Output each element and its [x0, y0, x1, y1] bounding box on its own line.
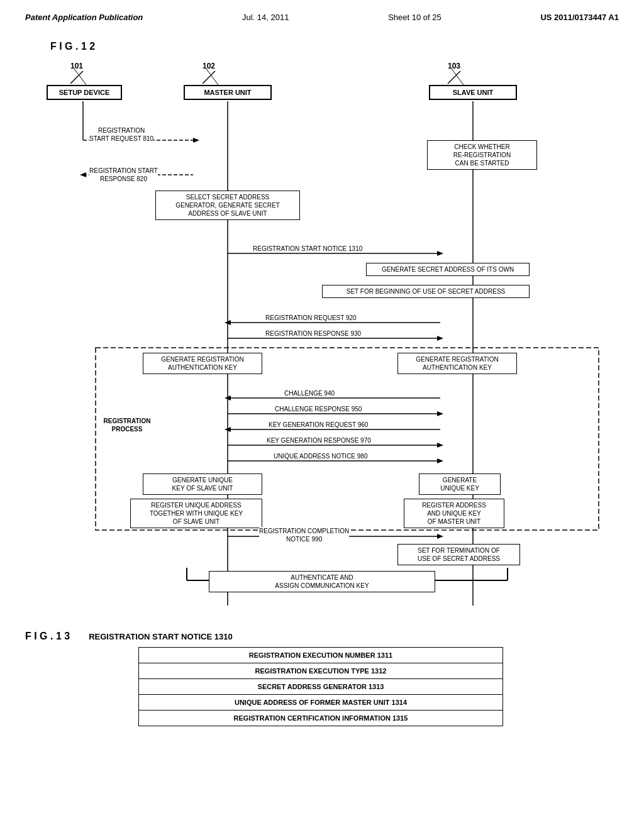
svg-marker-17 [437, 411, 443, 416]
table-cell-1312: REGISTRATION EXECUTION TYPE 1312 [139, 663, 503, 679]
reg-start-resp-label: REGISTRATION STARTRESPONSE 820 [89, 167, 158, 183]
reg-addr-slave-box: REGISTER ADDRESSAND UNIQUE KEYOF MASTER … [404, 499, 504, 528]
svg-line-33 [206, 68, 218, 85]
header-publication: Patent Application Publication [25, 13, 143, 22]
gen-unique-key-master-box: GENERATE UNIQUEKEY OF SLAVE UNIT [143, 473, 262, 495]
svg-marker-6 [80, 172, 86, 177]
svg-marker-23 [437, 458, 443, 463]
page-header: Patent Application Publication Jul. 14, … [25, 13, 619, 22]
ref-102: 102 [203, 62, 215, 70]
challenge-940-label: CHALLENGE 940 [284, 390, 335, 397]
reg-process-label: REGISTRATIONPROCESS [99, 417, 155, 433]
gen-unique-key-slave-box: GENERATEUNIQUE KEY [419, 473, 501, 495]
header-sheet: Sheet 10 of 25 [388, 13, 441, 22]
gen-reg-auth-slave-box: GENERATE REGISTRATIONAUTHENTICATION KEY [397, 353, 517, 374]
fig13-header: F I G . 1 3 REGISTRATION START NOTICE 13… [25, 631, 619, 642]
select-secret-box: SELECT SECRET ADDRESSGENERATOR, GENERATE… [155, 191, 300, 220]
unique-addr-980-label: UNIQUE ADDRESS NOTICE 980 [274, 453, 367, 460]
challenge-resp-950-label: CHALLENGE RESPONSE 950 [275, 406, 362, 412]
header-date: Jul. 14, 2011 [242, 13, 289, 22]
fig13-table: REGISTRATION EXECUTION NUMBER 1311 REGIS… [138, 647, 503, 726]
reg-complete-990-label: REGISTRATION COMPLETIONNOTICE 990 [259, 527, 349, 543]
svg-line-31 [448, 71, 460, 84]
reg-unique-addr-master-box: REGISTER UNIQUE ADDRESSTOGETHER WITH UNI… [130, 499, 262, 528]
svg-line-29 [70, 71, 83, 84]
header-patent: US 2011/0173447 A1 [540, 13, 619, 22]
table-row: SECRET ADDRESS GENERATOR 1313 [139, 679, 503, 695]
svg-marker-21 [437, 443, 443, 448]
svg-marker-8 [437, 251, 443, 256]
key-gen-resp-970-label: KEY GENERATION RESPONSE 970 [267, 437, 371, 444]
check-rereg-box: CHECK WHETHERRE-REGISTRATIONCAN BE START… [427, 140, 537, 170]
fig12-label: F I G . 1 2 [50, 41, 619, 52]
table-row: REGISTRATION EXECUTION NUMBER 1311 [139, 648, 503, 663]
fig12-diagram: 101 102 103 SETUP DEVICE MASTER UNIT SLA… [33, 58, 611, 606]
table-cell-1314: UNIQUE ADDRESS OF FORMER MASTER UNIT 131… [139, 695, 503, 711]
setup-device-box: SETUP DEVICE [47, 85, 122, 100]
svg-line-32 [74, 68, 86, 85]
table-row: REGISTRATION CERTIFICATION INFORMATION 1… [139, 711, 503, 726]
ref-101: 101 [70, 62, 83, 70]
reg-start-notice-label: REGISTRATION START NOTICE 1310 [253, 245, 362, 252]
gen-reg-auth-master-box: GENERATE REGISTRATIONAUTHENTICATION KEY [143, 353, 262, 374]
ref-103: 103 [448, 62, 460, 70]
master-unit-box: MASTER UNIT [184, 85, 272, 100]
table-cell-1313: SECRET ADDRESS GENERATOR 1313 [139, 679, 503, 695]
svg-marker-25 [437, 534, 443, 539]
reg-resp-930-label: REGISTRATION RESPONSE 930 [265, 330, 361, 337]
svg-line-34 [451, 68, 464, 85]
set-begin-secret-box: SET FOR BEGINNING OF USE OF SECRET ADDRE… [322, 285, 530, 298]
gen-secret-own-box: GENERATE SECRET ADDRESS OF ITS OWN [366, 263, 530, 276]
table-cell-1315: REGISTRATION CERTIFICATION INFORMATION 1… [139, 711, 503, 726]
svg-marker-12 [437, 336, 443, 341]
fig13-section: F I G . 1 3 REGISTRATION START NOTICE 13… [25, 631, 619, 726]
fig13-label-text: F I G . 1 3 [25, 631, 70, 642]
fig13-title: REGISTRATION START NOTICE 1310 [89, 632, 233, 641]
svg-marker-19 [225, 427, 231, 432]
slave-unit-box: SLAVE UNIT [429, 85, 517, 100]
reg-start-req-label: REGISTRATIONSTART REQUEST 810 [89, 126, 153, 143]
auth-comm-key-box: AUTHENTICATE ANDASSIGN COMMUNICATION KEY [209, 571, 435, 592]
svg-marker-4 [193, 138, 199, 143]
svg-line-30 [203, 71, 215, 84]
table-row: REGISTRATION EXECUTION TYPE 1312 [139, 663, 503, 679]
table-row: UNIQUE ADDRESS OF FORMER MASTER UNIT 131… [139, 695, 503, 711]
page: Patent Application Publication Jul. 14, … [0, 0, 644, 830]
svg-marker-10 [225, 320, 231, 325]
svg-marker-15 [225, 396, 231, 401]
set-term-secret-box: SET FOR TERMINATION OFUSE OF SECRET ADDR… [397, 544, 520, 565]
key-gen-req-960-label: KEY GENERATION REQUEST 960 [269, 421, 368, 428]
table-cell-1311: REGISTRATION EXECUTION NUMBER 1311 [139, 648, 503, 663]
reg-req-920-label: REGISTRATION REQUEST 920 [265, 314, 357, 321]
